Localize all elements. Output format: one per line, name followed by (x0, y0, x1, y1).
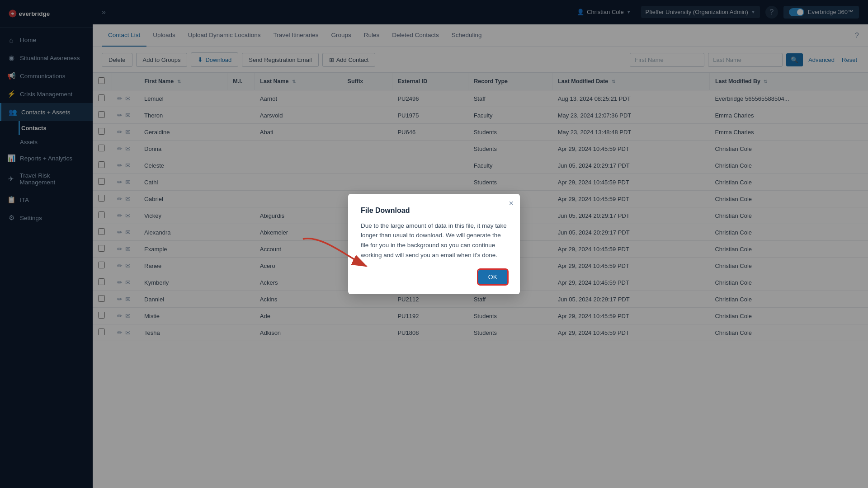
modal-footer: OK (361, 270, 507, 284)
modal-ok-button[interactable]: OK (478, 270, 507, 284)
modal-close-button[interactable]: × (509, 199, 514, 207)
modal-overlay: × File Download Due to the large amount … (0, 0, 868, 488)
modal-title: File Download (361, 206, 507, 215)
modal-body: Due to the large amount of data in this … (361, 221, 507, 260)
file-download-modal: × File Download Due to the large amount … (348, 194, 520, 294)
